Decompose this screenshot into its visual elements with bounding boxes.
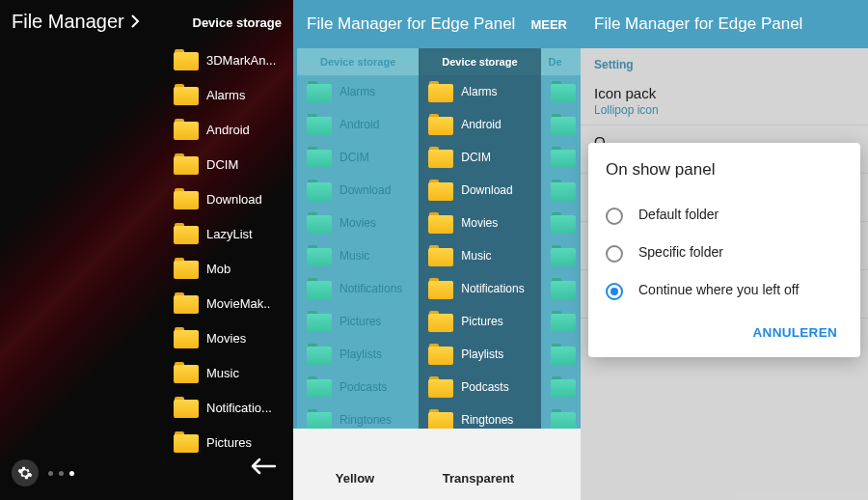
option-label: Default folder (638, 207, 719, 222)
folder-item[interactable]: Notificatio... (174, 390, 293, 425)
column-header: De (541, 48, 581, 75)
folder-icon (551, 311, 576, 332)
column-header: Device storage (297, 48, 419, 75)
folder-item[interactable]: DCIM (297, 141, 419, 174)
folder-item[interactable] (541, 272, 581, 305)
folder-icon (551, 147, 576, 168)
dot (48, 471, 53, 476)
folder-item[interactable] (541, 403, 581, 436)
folder-item[interactable]: Notifications (419, 272, 540, 305)
storage-label[interactable]: Device storage (193, 15, 283, 30)
folder-label: Android (339, 118, 379, 131)
dialog-option[interactable]: Default folder (606, 197, 843, 235)
panel-bottom-bar (0, 454, 293, 492)
folder-icon (428, 344, 453, 365)
folder-icon (174, 327, 199, 348)
folder-icon (428, 114, 453, 135)
folder-item[interactable]: Playlists (297, 338, 419, 371)
dot-active (69, 471, 74, 476)
folder-item[interactable] (541, 141, 581, 174)
folder-item[interactable]: 3DMarkAn... (174, 42, 293, 77)
folder-item[interactable]: Ringtones (419, 403, 540, 436)
folder-item[interactable]: Music (297, 239, 419, 272)
folder-label: Music (339, 249, 369, 263)
folder-item[interactable]: Notifications (297, 272, 419, 305)
folder-item[interactable]: Alarms (174, 77, 293, 112)
folder-icon (307, 212, 332, 234)
folder-item[interactable]: Pictures (297, 305, 419, 338)
folder-label: Download (206, 192, 262, 207)
folder-item[interactable]: Download (419, 174, 540, 207)
theme-preview-partial[interactable]: De (541, 48, 581, 500)
folder-icon (174, 362, 199, 383)
theme-preview-transparent[interactable]: Device storage AlarmsAndroidDCIMDownload… (419, 48, 540, 500)
folder-icon (307, 344, 332, 365)
folder-item[interactable] (541, 239, 581, 272)
folder-icon (174, 258, 199, 279)
settings-button[interactable] (12, 459, 39, 486)
folder-icon (551, 344, 576, 365)
folder-item[interactable]: Download (174, 181, 293, 216)
folder-item[interactable]: MovieMak.. (174, 286, 293, 320)
folder-item[interactable]: DCIM (419, 141, 540, 174)
folder-item[interactable] (541, 338, 581, 371)
folder-icon (551, 278, 576, 299)
gear-icon (17, 465, 33, 481)
folder-icon (551, 212, 576, 234)
option-label: Continue where you left off (638, 282, 799, 297)
folder-item[interactable]: DCIM (174, 147, 293, 181)
folder-label: Download (461, 183, 512, 197)
folder-item[interactable]: Alarms (419, 75, 540, 108)
folder-item[interactable]: Music (174, 355, 293, 390)
folder-item[interactable]: Movies (174, 320, 293, 355)
folder-item[interactable]: Alarms (297, 75, 419, 108)
folder-label: DCIM (206, 157, 238, 172)
folder-item[interactable]: Mob (174, 251, 293, 286)
folder-item[interactable]: Android (297, 108, 419, 141)
folder-item[interactable] (541, 174, 581, 207)
folder-label: Notifications (339, 282, 402, 295)
folder-list[interactable]: 3DMarkAn...AlarmsAndroidDCIMDownloadLazy… (174, 42, 293, 461)
folder-item[interactable] (541, 305, 581, 338)
folder-item[interactable]: Download (297, 174, 419, 207)
folder-label: Movies (461, 216, 498, 230)
dialog-option[interactable]: Continue where you left off (606, 272, 843, 310)
folder-item[interactable]: LazyList (174, 216, 293, 251)
folder-icon (428, 147, 453, 168)
folder-item[interactable]: Movies (419, 207, 540, 239)
app-title-text: File Manager (12, 11, 124, 33)
back-button[interactable] (251, 458, 276, 479)
folder-item[interactable] (541, 371, 581, 403)
folder-icon (428, 311, 453, 332)
folder-label: Notificatio... (206, 401, 272, 415)
app-title[interactable]: File Manager (12, 11, 140, 33)
folder-item[interactable] (541, 75, 581, 108)
folder-item[interactable]: Android (174, 112, 293, 147)
folder-item[interactable]: Ringtones (297, 403, 419, 436)
folder-icon (174, 153, 199, 175)
folder-label: Music (461, 249, 491, 263)
folder-item[interactable]: Pictures (419, 305, 540, 338)
folder-item[interactable]: Podcasts (419, 371, 540, 403)
folder-label: DCIM (461, 151, 491, 164)
folder-icon (174, 84, 199, 105)
folder-item[interactable]: Android (419, 108, 540, 141)
folder-item[interactable] (541, 207, 581, 239)
folder-label: Pictures (339, 315, 381, 328)
dialog-option[interactable]: Specific folder (606, 235, 843, 272)
folder-label: Ringtones (339, 413, 392, 427)
folder-item[interactable] (541, 108, 581, 141)
folder-icon (174, 119, 199, 140)
radio-icon (606, 283, 623, 300)
folder-item[interactable]: Movies (297, 207, 419, 239)
folder-item[interactable]: Playlists (419, 338, 540, 371)
on-show-panel-dialog: On show panel Default folderSpecific fol… (588, 143, 860, 357)
folder-icon (307, 114, 332, 135)
theme-footer: Yellow Transparent (293, 456, 581, 500)
folder-item[interactable]: Podcasts (297, 371, 419, 403)
more-button[interactable]: MEER (530, 17, 567, 32)
folder-item[interactable]: Music (419, 239, 540, 272)
cancel-button[interactable]: ANNULEREN (747, 318, 843, 347)
theme-preview-yellow[interactable]: Device storage AlarmsAndroidDCIMDownload… (297, 48, 419, 500)
folder-icon (428, 409, 453, 431)
